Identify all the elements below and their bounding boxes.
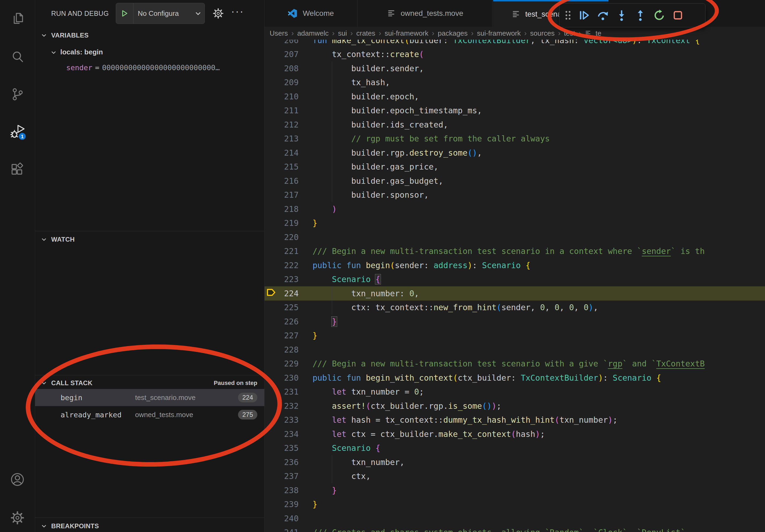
line-text: builder.rgp.destroy_some(), (313, 148, 482, 157)
variable-row-sender[interactable]: sender = 00000000000000000000000000… (35, 61, 264, 74)
line-number[interactable]: 208 (264, 64, 299, 73)
line-number[interactable]: 235 (264, 443, 299, 453)
breadcrumb-item[interactable]: test (564, 29, 575, 38)
line-text: txn_number, (313, 457, 404, 467)
line-number[interactable]: 216 (264, 176, 299, 186)
line-text: ctx, (313, 471, 371, 481)
settings-gear-icon[interactable] (10, 510, 25, 525)
line-number[interactable]: 213 (264, 134, 299, 143)
watch-section-header[interactable]: WATCH (35, 232, 264, 246)
more-actions-icon[interactable]: ··· (231, 9, 244, 18)
tab-owned-tests-move[interactable]: owned_tests.move (358, 0, 493, 27)
code-line-222: 222public fun begin(sender: address): Sc… (264, 258, 765, 272)
breadcrumb-file[interactable]: te (596, 29, 601, 38)
line-text: /// Begin a new multi-transaction test s… (313, 246, 705, 256)
line-number[interactable]: 209 (264, 78, 299, 87)
call-stack-section-header[interactable]: CALL STACK Paused on step (35, 376, 264, 390)
line-number[interactable]: 236 (264, 457, 299, 467)
line-number[interactable]: 217 (264, 190, 299, 199)
sidebar-title: RUN AND DEBUG (51, 10, 109, 17)
toolbar-drag-handle-icon[interactable] (563, 9, 573, 22)
stop-button[interactable] (669, 7, 686, 24)
continue-button[interactable] (575, 7, 593, 24)
breakpoints-section-header[interactable]: BREAKPOINTS (35, 519, 264, 532)
breadcrumb-item[interactable]: sui-framework (384, 29, 428, 38)
run-and-debug-icon[interactable]: 1 (10, 124, 25, 139)
line-number[interactable]: 207 (264, 50, 299, 59)
line-number[interactable]: 227 (264, 331, 299, 340)
restart-button[interactable] (650, 7, 668, 24)
line-number[interactable]: 220 (264, 232, 299, 242)
line-number[interactable]: 223 (264, 275, 299, 284)
frame-function-name: already_marked (61, 411, 135, 419)
line-text: builder.ids_created, (313, 120, 448, 130)
line-text: builder.gas_budget, (313, 176, 443, 186)
frame-line-badge: 224 (238, 393, 257, 402)
search-icon[interactable] (10, 49, 25, 64)
breadcrumb-separator: › (579, 29, 581, 38)
line-number[interactable]: 222 (264, 261, 299, 270)
line-number[interactable]: 226 (264, 317, 299, 326)
line-number[interactable]: 232 (264, 401, 299, 411)
line-number[interactable]: 240 (264, 514, 299, 523)
debug-settings-gear-icon[interactable] (212, 8, 224, 19)
step-over-button[interactable] (594, 7, 611, 24)
line-number[interactable]: 221 (264, 246, 299, 256)
line-number[interactable]: 225 (264, 303, 299, 312)
frame-line-badge: 275 (238, 410, 257, 419)
breadcrumb-item[interactable]: sources (530, 29, 554, 38)
section-divider (35, 375, 264, 375)
code-line-215: 215 builder.gas_price, (264, 160, 765, 174)
line-number[interactable]: 233 (264, 415, 299, 424)
frame-file-name: owned_tests.move (135, 411, 193, 419)
line-number[interactable]: 234 (264, 429, 299, 439)
line-number[interactable]: 229 (264, 359, 299, 368)
line-text: public fun begin_with_context(ctx_builde… (313, 373, 661, 383)
line-number[interactable]: 241 (264, 528, 299, 532)
code-line-230: 230public fun begin_with_context(ctx_bui… (264, 371, 765, 385)
line-number[interactable]: 214 (264, 148, 299, 157)
code-line-207: 207 tx_context::create( (264, 47, 765, 62)
chevron-down-icon (194, 10, 205, 17)
breadcrumb-separator: › (291, 29, 294, 38)
line-text: } (313, 218, 318, 228)
account-icon[interactable] (10, 472, 25, 487)
call-stack-frame-already_marked[interactable]: already_markedowned_tests.move275 (35, 406, 264, 423)
breadcrumb-item[interactable]: crates (356, 29, 375, 38)
line-number[interactable]: 231 (264, 387, 299, 397)
line-number[interactable]: 211 (264, 106, 299, 115)
code-line-233: 233 let hash = tx_context::dummy_tx_hash… (264, 413, 765, 427)
source-control-icon[interactable] (10, 87, 25, 102)
line-number[interactable]: 239 (264, 500, 299, 509)
step-out-button[interactable] (632, 7, 649, 24)
line-number[interactable]: 212 (264, 120, 299, 130)
breadcrumb-item[interactable]: sui-framework (477, 29, 521, 38)
variables-scope-row[interactable]: locals: begin (35, 45, 264, 59)
launch-config-dropdown[interactable]: No Configura (116, 3, 205, 24)
line-number[interactable]: 219 (264, 218, 299, 228)
breadcrumb-item[interactable]: packages (438, 29, 467, 38)
extensions-icon[interactable] (10, 162, 25, 177)
breadcrumb-item[interactable]: adamwelc (297, 29, 329, 38)
breadcrumb-item[interactable]: Users (270, 29, 288, 38)
code-line-219: 219} (264, 216, 765, 230)
line-number[interactable]: 215 (264, 162, 299, 171)
call-stack-frame-begin[interactable]: begintest_scenario.move224 (35, 389, 264, 406)
explorer-icon[interactable] (10, 12, 25, 27)
variables-section-header[interactable]: VARIABLES (35, 28, 264, 42)
line-number[interactable]: 210 (264, 92, 299, 101)
line-number[interactable]: 218 (264, 204, 299, 214)
breadcrumb-item[interactable]: sui (338, 29, 347, 38)
step-into-button[interactable] (613, 7, 630, 24)
line-text: builder.gas_price, (313, 162, 438, 171)
line-number[interactable]: 228 (264, 345, 299, 355)
line-text: tx_context::create( (313, 50, 424, 59)
tab-welcome[interactable]: Welcome (264, 0, 358, 27)
line-number[interactable]: 238 (264, 486, 299, 495)
start-debug-button[interactable] (116, 3, 134, 24)
code-line-241: 241/// Creates and shares system objects… (264, 526, 765, 532)
line-text: builder.sender, (313, 64, 424, 73)
line-number[interactable]: 237 (264, 471, 299, 481)
line-number[interactable]: 230 (264, 373, 299, 383)
code-line-238: 238 } (264, 483, 765, 497)
